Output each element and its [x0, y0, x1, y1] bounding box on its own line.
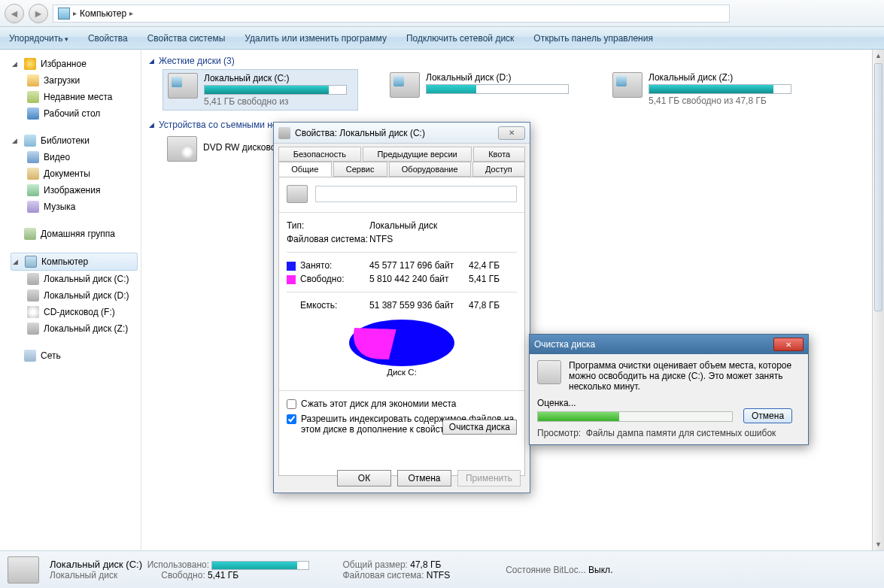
sidebar-item-drive-d[interactable]: Локальный диск (D:) [11, 287, 138, 304]
sidebar-item-drive-f[interactable]: CD-дисковод (F:) [11, 304, 138, 320]
navigation-pane: ◢Избранное Загрузки Недавние места Рабоч… [8, 50, 141, 550]
used-color-swatch [287, 262, 296, 271]
drive-item-c[interactable]: Локальный диск (C:) 5,41 ГБ свободно из [163, 69, 358, 111]
breadcrumb[interactable]: ▸ Компьютер ▸ [53, 5, 730, 23]
compress-label: Сжать этот диск для экономии места [301, 399, 456, 409]
scanning-label: Просмотр: [537, 428, 581, 438]
dvd-drive-icon [167, 136, 197, 162]
computer-group[interactable]: ◢Компьютер [11, 253, 138, 271]
type-label: Тип: [287, 220, 369, 231]
hdd-icon [27, 273, 39, 285]
sidebar-item-drive-z[interactable]: Локальный диск (Z:) [11, 320, 138, 337]
sidebar-item-downloads[interactable]: Загрузки [11, 72, 138, 89]
tab-panel-general: Тип:Локальный диск Файловая система:NTFS… [278, 177, 525, 476]
filesystem-label: Файловая система: [342, 570, 424, 580]
scanning-value: Файлы дампа памяти для системных ошибок [586, 428, 776, 438]
evaluating-label: Оценка... [537, 398, 800, 408]
index-checkbox[interactable] [287, 414, 296, 424]
compress-checkbox[interactable] [287, 399, 296, 409]
properties-button[interactable]: Свойства [85, 31, 131, 46]
nav-forward-button[interactable]: ► [29, 4, 48, 23]
scroll-thumb[interactable] [874, 63, 882, 311]
label: Загрузки [44, 75, 80, 86]
compress-checkbox-row[interactable]: Сжать этот диск для экономии места [287, 399, 517, 409]
used-bytes: 45 577 117 696 байт [369, 260, 469, 271]
libraries-group[interactable]: ◢Библиотеки [11, 132, 138, 149]
sidebar-item-desktop[interactable]: Рабочий стол [11, 105, 138, 122]
dialog-title-bar[interactable]: Свойства: Локальный диск (C:) ✕ [274, 123, 530, 144]
network-group[interactable]: ◢Сеть [11, 347, 138, 364]
capacity-label: Емкость: [287, 300, 369, 311]
sidebar-item-documents[interactable]: Документы [11, 165, 138, 182]
free-label: Свободно: [300, 274, 345, 284]
ok-button[interactable]: ОК [337, 470, 391, 486]
nav-back-button[interactable]: ◄ [5, 4, 24, 23]
tab-security[interactable]: Безопасность [278, 147, 361, 162]
chevron-right-icon: ▸ [129, 9, 133, 17]
cd-icon [27, 306, 39, 318]
hdd-icon [278, 127, 290, 139]
organize-menu[interactable]: Упорядочить [6, 31, 71, 46]
tab-quota[interactable]: Квота [473, 147, 525, 162]
command-bar: Упорядочить Свойства Свойства системы Уд… [0, 27, 884, 50]
tab-tools[interactable]: Сервис [333, 162, 387, 177]
drive-name: Локальный диск (C:) [204, 73, 353, 83]
progress-bar [537, 411, 733, 422]
close-button[interactable]: ✕ [773, 338, 803, 351]
address-bar: ◄ ► ▸ Компьютер ▸ [0, 0, 884, 27]
sidebar-item-music[interactable]: Музыка [11, 199, 138, 215]
scroll-up-icon[interactable]: ▲ [873, 50, 884, 62]
capacity-bar [649, 84, 791, 94]
apply-button[interactable]: Применить [457, 470, 521, 486]
sidebar-item-video[interactable]: Видео [11, 149, 138, 165]
group-header-hdd[interactable]: ◢Жесткие диски (3) [149, 53, 876, 69]
map-network-drive-button[interactable]: Подключить сетевой диск [403, 31, 517, 46]
label: Недавние места [44, 92, 112, 102]
cancel-button[interactable]: Отмена [743, 408, 792, 423]
selected-item-type: Локальный диск [50, 570, 117, 580]
breadcrumb-item[interactable]: Компьютер [80, 8, 126, 19]
capacity-bar [426, 84, 569, 94]
usage-pie-chart [349, 320, 454, 366]
sidebar-item-recent[interactable]: Недавние места [11, 89, 138, 105]
desktop-icon [27, 108, 39, 120]
sidebar-item-images[interactable]: Изображения [11, 182, 138, 199]
chevron-right-icon: ▸ [73, 9, 77, 17]
tab-sharing[interactable]: Доступ [472, 162, 525, 177]
drive-name: Локальный диск (D:) [426, 72, 576, 83]
favorites-group[interactable]: ◢Избранное [11, 56, 138, 72]
cancel-button[interactable]: Отмена [397, 470, 451, 486]
capacity-bar [204, 85, 347, 95]
free-gb: 5,41 ГБ [469, 274, 517, 284]
sidebar-item-drive-c[interactable]: Локальный диск (C:) [11, 271, 138, 287]
tab-hardware[interactable]: Оборудование [389, 162, 471, 177]
scroll-down-icon[interactable]: ▼ [873, 538, 884, 550]
uninstall-change-button[interactable]: Удалить или изменить программу [242, 31, 390, 46]
label: CD-дисковод (F:) [44, 307, 115, 317]
drive-item-d[interactable]: Локальный диск (D:) [385, 69, 581, 111]
music-icon [27, 201, 39, 213]
used-gb: 42,4 ГБ [469, 260, 517, 271]
tab-previous-versions[interactable]: Предыдущие версии [363, 147, 472, 162]
close-button[interactable]: ✕ [498, 126, 525, 140]
tab-general[interactable]: Общие [278, 162, 332, 177]
hdd-icon [27, 289, 39, 302]
homegroup-group[interactable]: ◢Домашняя группа [11, 226, 138, 242]
recent-icon [27, 91, 39, 103]
favorites-label: Избранное [41, 59, 87, 69]
cleanup-message: Программа очистки оценивает объем места,… [569, 360, 800, 392]
disk-cleanup-button[interactable]: Очистка диска [442, 420, 517, 435]
drive-freespace: 5,41 ГБ свободно из [204, 96, 353, 107]
dialog-title-bar[interactable]: Очистка диска ✕ [530, 335, 808, 354]
volume-label-input[interactable] [315, 186, 517, 202]
computer-icon [58, 8, 70, 20]
system-properties-button[interactable]: Свойства системы [144, 31, 229, 46]
drive-name: Локальный диск (Z:) [649, 72, 799, 83]
library-icon [24, 135, 36, 147]
label: Музыка [44, 202, 75, 212]
video-icon [27, 151, 39, 163]
vertical-scrollbar[interactable]: ▲ ▼ [872, 50, 884, 550]
label: Сеть [41, 350, 61, 361]
drive-item-z[interactable]: Локальный диск (Z:) 5,41 ГБ свободно из … [608, 69, 803, 111]
open-control-panel-button[interactable]: Открыть панель управления [530, 31, 656, 46]
